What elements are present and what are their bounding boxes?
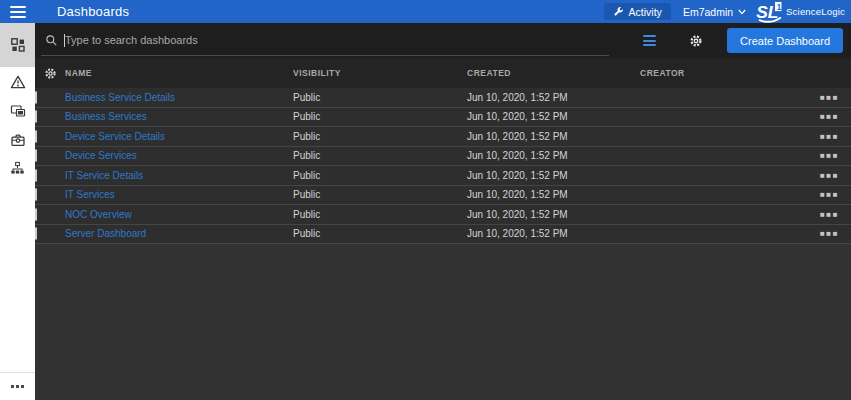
hamburger-menu-button[interactable] bbox=[0, 0, 35, 23]
activity-button-label: Activity bbox=[629, 6, 662, 18]
sidebar-item-business-services[interactable] bbox=[0, 125, 35, 154]
dashboard-name-link[interactable]: Device Services bbox=[65, 150, 137, 161]
page-title: Dashboards bbox=[57, 4, 129, 19]
created-cell: Jun 10, 2020, 1:52 PM bbox=[467, 92, 640, 103]
visibility-cell: Public bbox=[293, 209, 467, 220]
table-row: IT Services Public Jun 10, 2020, 1:52 PM… bbox=[35, 186, 851, 206]
text-cursor bbox=[64, 34, 65, 47]
visibility-cell: Public bbox=[293, 170, 467, 181]
chevron-down-icon bbox=[738, 9, 746, 15]
row-actions-ellipsis-button[interactable]: ■■■ bbox=[811, 112, 851, 121]
created-cell: Jun 10, 2020, 1:52 PM bbox=[467, 131, 640, 142]
table-row: Server Dashboard Public Jun 10, 2020, 1:… bbox=[35, 225, 851, 245]
alert-triangle-icon bbox=[10, 74, 26, 90]
visibility-cell: Public bbox=[293, 131, 467, 142]
visibility-cell: Public bbox=[293, 150, 467, 161]
row-checkbox[interactable] bbox=[35, 130, 37, 143]
dashboard-name-link[interactable]: Server Dashboard bbox=[65, 228, 146, 239]
sidebar-more-button[interactable] bbox=[0, 372, 35, 400]
more-ellipsis-icon bbox=[11, 385, 14, 388]
hamburger-icon bbox=[10, 6, 26, 18]
column-header-name[interactable]: NAME bbox=[65, 68, 293, 78]
dashboard-name-link[interactable]: Business Services bbox=[65, 111, 147, 122]
toolbar-settings-button[interactable] bbox=[689, 34, 703, 48]
empty-area bbox=[35, 244, 851, 400]
user-menu-label: Em7admin bbox=[683, 6, 733, 18]
user-menu[interactable]: Em7admin bbox=[683, 6, 746, 18]
created-cell: Jun 10, 2020, 1:52 PM bbox=[467, 170, 640, 181]
list-filter-icon[interactable] bbox=[639, 35, 659, 46]
briefcase-icon bbox=[10, 132, 26, 148]
app-window: Dashboards Activity Em7admin SL 1 bbox=[0, 0, 851, 400]
dashboard-name-link[interactable]: Business Service Details bbox=[65, 92, 175, 103]
create-dashboard-button[interactable]: Create Dashboard bbox=[727, 28, 843, 53]
table-row: NOC Overview Public Jun 10, 2020, 1:52 P… bbox=[35, 205, 851, 225]
top-navigation-bar: Dashboards Activity Em7admin SL 1 bbox=[0, 0, 851, 23]
sidebar-item-devices[interactable] bbox=[0, 96, 35, 125]
dashboards-grid-icon bbox=[10, 37, 26, 53]
svg-text:1: 1 bbox=[777, 2, 782, 11]
dashboard-name-link[interactable]: IT Services bbox=[65, 189, 115, 200]
table-row: Business Service Details Public Jun 10, … bbox=[35, 88, 851, 108]
table-body: Business Service Details Public Jun 10, … bbox=[35, 88, 851, 244]
brand-name: ScienceLogic bbox=[786, 6, 845, 17]
gear-icon bbox=[689, 34, 703, 48]
created-cell: Jun 10, 2020, 1:52 PM bbox=[467, 209, 640, 220]
table-settings-button[interactable] bbox=[35, 67, 65, 80]
visibility-cell: Public bbox=[293, 111, 467, 122]
created-cell: Jun 10, 2020, 1:52 PM bbox=[467, 228, 640, 239]
row-checkbox[interactable] bbox=[35, 149, 37, 162]
row-actions-ellipsis-button[interactable]: ■■■ bbox=[811, 151, 851, 160]
row-checkbox[interactable] bbox=[35, 169, 37, 182]
created-cell: Jun 10, 2020, 1:52 PM bbox=[467, 111, 640, 122]
wrench-icon bbox=[613, 6, 624, 17]
visibility-cell: Public bbox=[293, 189, 467, 200]
search-box bbox=[41, 26, 609, 56]
hierarchy-icon bbox=[10, 161, 25, 176]
dashboard-name-link[interactable]: NOC Overview bbox=[65, 209, 132, 220]
column-header-creator[interactable]: CREATOR bbox=[640, 68, 811, 78]
row-actions-ellipsis-button[interactable]: ■■■ bbox=[811, 171, 851, 180]
table-row: Device Service Details Public Jun 10, 20… bbox=[35, 127, 851, 147]
table-row: IT Service Details Public Jun 10, 2020, … bbox=[35, 166, 851, 186]
search-icon bbox=[45, 34, 58, 47]
devices-monitors-icon bbox=[10, 103, 26, 119]
sidebar-item-events[interactable] bbox=[0, 67, 35, 96]
row-checkbox[interactable] bbox=[35, 208, 37, 221]
table-row: Device Services Public Jun 10, 2020, 1:5… bbox=[35, 147, 851, 167]
gear-icon bbox=[44, 67, 57, 80]
left-sidebar bbox=[0, 23, 35, 400]
column-header-created[interactable]: CREATED bbox=[467, 68, 640, 78]
brand-logo: SL 1 ScienceLogic bbox=[756, 1, 845, 23]
search-input[interactable] bbox=[65, 34, 609, 46]
visibility-cell: Public bbox=[293, 228, 467, 239]
visibility-cell: Public bbox=[293, 92, 467, 103]
row-actions-ellipsis-button[interactable]: ■■■ bbox=[811, 190, 851, 199]
row-checkbox[interactable] bbox=[35, 91, 37, 104]
created-cell: Jun 10, 2020, 1:52 PM bbox=[467, 150, 640, 161]
row-actions-ellipsis-button[interactable]: ■■■ bbox=[811, 210, 851, 219]
row-actions-ellipsis-button[interactable]: ■■■ bbox=[811, 229, 851, 238]
row-checkbox[interactable] bbox=[35, 188, 37, 201]
row-actions-ellipsis-button[interactable]: ■■■ bbox=[811, 132, 851, 141]
row-actions-ellipsis-button[interactable]: ■■■ bbox=[811, 93, 851, 102]
dashboards-toolbar: Create Dashboard bbox=[35, 23, 851, 58]
sidebar-item-dashboards[interactable] bbox=[0, 23, 35, 67]
row-checkbox[interactable] bbox=[35, 227, 37, 240]
dashboard-name-link[interactable]: Device Service Details bbox=[65, 131, 165, 142]
row-checkbox[interactable] bbox=[35, 110, 37, 123]
main-content: Create Dashboard NAME VISIBILITY CREATED… bbox=[35, 23, 851, 400]
sl1-logo-icon: SL 1 bbox=[756, 1, 784, 23]
sidebar-item-maps[interactable] bbox=[0, 154, 35, 183]
column-header-visibility[interactable]: VISIBILITY bbox=[293, 68, 467, 78]
created-cell: Jun 10, 2020, 1:52 PM bbox=[467, 189, 640, 200]
table-header: NAME VISIBILITY CREATED CREATOR bbox=[35, 58, 851, 88]
table-row: Business Services Public Jun 10, 2020, 1… bbox=[35, 108, 851, 128]
activity-button[interactable]: Activity bbox=[604, 3, 671, 20]
dashboard-name-link[interactable]: IT Service Details bbox=[65, 170, 143, 181]
